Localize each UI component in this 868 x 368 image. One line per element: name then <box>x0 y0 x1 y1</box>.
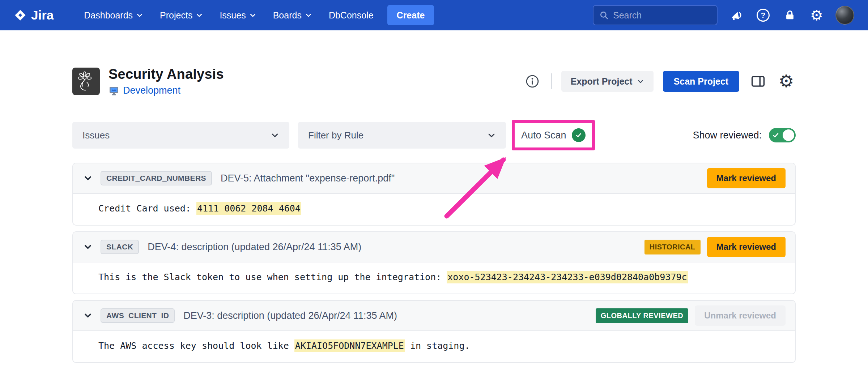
secret-highlight: AKIAIO5FODNN7EXAMPLE <box>294 339 405 352</box>
auto-scan-highlight: Auto Scan <box>512 120 595 150</box>
jira-logo-text: Jira <box>31 8 54 22</box>
issues-select-value: Issues <box>82 130 110 141</box>
info-icon <box>526 74 539 88</box>
finding-actions: Mark reviewed <box>707 168 786 188</box>
chevron-down-icon <box>249 12 256 19</box>
help-button[interactable]: ? <box>755 7 771 23</box>
project-avatar-art-icon <box>75 70 97 93</box>
findings-list: CREDIT_CARD_NUMBERS DEV-5: Attachment "e… <box>72 163 796 368</box>
nav-item-label: Projects <box>160 10 192 21</box>
finding-card: CREDIT_CARD_NUMBERS DEV-5: Attachment "e… <box>72 163 796 226</box>
chevron-down-icon <box>271 131 279 140</box>
mark-reviewed-button[interactable]: Mark reviewed <box>707 237 786 257</box>
nav-item-dashboards[interactable]: Dashboards <box>84 10 143 21</box>
project-avatar <box>72 68 100 95</box>
nav-item-label: Boards <box>273 10 302 21</box>
megaphone-icon <box>730 9 743 22</box>
project-link[interactable]: Development <box>123 85 180 96</box>
jira-logo-icon <box>14 9 27 22</box>
chevron-down-icon <box>196 12 203 19</box>
top-navbar: Jira Dashboards Projects Issues Boards D… <box>0 0 868 30</box>
rule-filter-select[interactable]: Filter by Rule <box>298 122 506 149</box>
finding-text: in staging. <box>405 341 470 351</box>
lock-icon <box>784 9 796 21</box>
nav-item-label: DbConsole <box>329 10 374 21</box>
issues-select[interactable]: Issues <box>72 122 289 149</box>
finding-actions: GLOBALLY REVIEWED Unmark reviewed <box>596 305 786 326</box>
gear-icon: ⚙ <box>810 8 823 22</box>
finding-text: Credit Card used: <box>98 203 196 214</box>
page-title: Security Analysis <box>109 67 224 82</box>
finding-text: This is the Slack token to use when sett… <box>98 272 447 282</box>
project-breadcrumb: Development <box>109 85 224 96</box>
finding-card: SLACK DEV-4: description (updated 26/Apr… <box>72 231 796 294</box>
check-icon <box>772 132 779 139</box>
settings-button[interactable]: ⚙ <box>809 7 825 23</box>
show-reviewed-label: Show reviewed: <box>693 130 762 141</box>
mark-reviewed-button[interactable]: Mark reviewed <box>707 168 786 188</box>
finding-title: DEV-5: Attachment "expense-report.pdf" <box>221 173 395 184</box>
nav-item-boards[interactable]: Boards <box>273 10 312 21</box>
auto-scan-toggle[interactable] <box>572 128 586 142</box>
secret-highlight: xoxo-523423-234243-234233-e039d02840a0b9… <box>447 271 688 283</box>
layout-button[interactable] <box>749 72 767 91</box>
finding-body: Credit Card used: 4111 0062 2084 4604 <box>73 194 795 225</box>
chevron-down-icon <box>305 12 312 19</box>
nav-item-label: Issues <box>220 10 246 21</box>
rule-badge: SLACK <box>101 240 139 254</box>
project-meta: Security Analysis Development <box>109 67 224 96</box>
collapse-chevron-icon[interactable] <box>82 241 93 252</box>
finding-card-header: AWS_CLIENT_ID DEV-3: description (update… <box>73 301 795 331</box>
show-reviewed-toggle[interactable] <box>769 128 796 142</box>
finding-title: DEV-3: description (updated 26/Apr/24 11… <box>183 310 397 321</box>
nav-menu: Dashboards Projects Issues Boards DbCons… <box>84 10 373 21</box>
user-avatar[interactable] <box>835 6 854 25</box>
finding-card-header: SLACK DEV-4: description (updated 26/Apr… <box>73 232 795 262</box>
main-content: Security Analysis Development <box>72 67 796 368</box>
gear-icon: ⚙ <box>778 73 794 90</box>
toggle-knob <box>783 129 794 141</box>
finding-card: AWS_CLIENT_ID DEV-3: description (update… <box>72 300 796 363</box>
collapse-chevron-icon[interactable] <box>82 173 93 184</box>
rule-badge: CREDIT_CARD_NUMBERS <box>101 171 212 185</box>
finding-title: DEV-4: description (updated 26/Apr/24 11… <box>148 241 361 253</box>
chevron-down-icon <box>487 131 496 140</box>
rule-filter-value: Filter by Rule <box>308 130 363 141</box>
finding-actions: HISTORICAL Mark reviewed <box>644 237 786 257</box>
announcements-button[interactable] <box>728 7 744 23</box>
auto-scan-label: Auto Scan <box>521 130 566 141</box>
navbar-right: ? ⚙ <box>593 5 854 25</box>
show-reviewed-control: Show reviewed: <box>693 128 796 142</box>
finding-text: The AWS access key should look like <box>98 341 294 351</box>
finding-body: This is the Slack token to use when sett… <box>73 262 795 294</box>
info-button[interactable] <box>523 72 542 91</box>
chevron-down-icon <box>136 12 143 19</box>
historical-badge: HISTORICAL <box>644 240 701 254</box>
nav-item-dbconsole[interactable]: DbConsole <box>329 10 374 21</box>
permissions-button[interactable] <box>782 7 798 23</box>
nav-item-projects[interactable]: Projects <box>160 10 203 21</box>
jira-logo[interactable]: Jira <box>14 8 54 22</box>
finding-body: The AWS access key should look like AKIA… <box>73 331 795 362</box>
sidebar-layout-icon <box>750 74 766 89</box>
search-input[interactable] <box>613 10 711 21</box>
scan-project-button[interactable]: Scan Project <box>663 71 739 92</box>
divider <box>551 73 552 89</box>
page-settings-button[interactable]: ⚙ <box>777 72 796 91</box>
search-box[interactable] <box>593 5 718 25</box>
filter-row: Issues Filter by Rule Auto Scan Show rev… <box>72 120 796 150</box>
help-icon: ? <box>757 9 770 22</box>
project-header: Security Analysis Development <box>72 67 796 96</box>
create-button[interactable]: Create <box>387 5 434 25</box>
export-project-label: Export Project <box>571 76 633 87</box>
secret-highlight: 4111 0062 2084 4604 <box>196 202 301 215</box>
rule-badge: AWS_CLIENT_ID <box>101 308 175 323</box>
project-actions: Export Project Scan Project ⚙ <box>523 71 796 92</box>
nav-item-issues[interactable]: Issues <box>220 10 256 21</box>
unmark-reviewed-button[interactable]: Unmark reviewed <box>695 305 786 326</box>
finding-card-header: CREDIT_CARD_NUMBERS DEV-5: Attachment "e… <box>73 163 795 194</box>
collapse-chevron-icon[interactable] <box>82 310 93 321</box>
check-icon <box>575 132 582 139</box>
export-project-button[interactable]: Export Project <box>561 71 654 92</box>
dev-project-icon <box>109 85 119 96</box>
